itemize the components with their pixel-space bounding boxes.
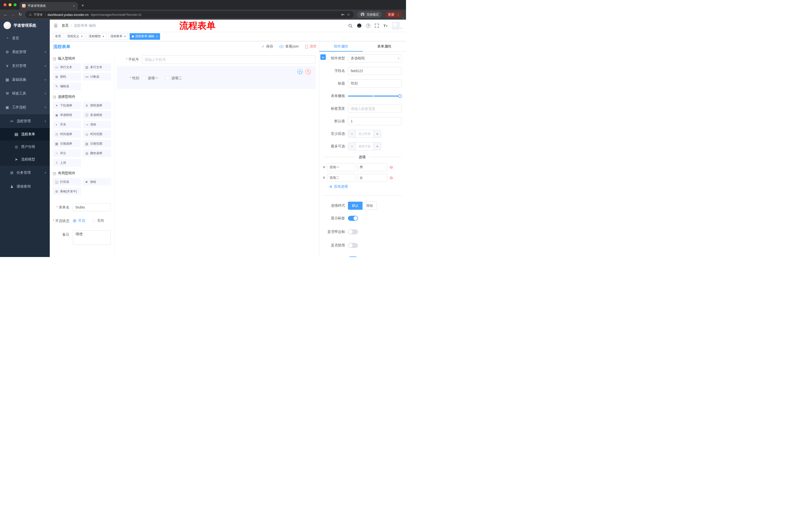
plus-button[interactable]: + (373, 142, 381, 150)
palette-item-date-range[interactable]: ▧日期范围 (83, 140, 111, 147)
tab-component-props[interactable]: 组件属性 (319, 41, 363, 52)
title-input[interactable] (348, 79, 402, 87)
remove-option-icon[interactable]: ⊖ (389, 176, 393, 180)
show-label-toggle[interactable] (348, 216, 358, 221)
palette-item-cascader[interactable]: ⋔级联选择 (83, 102, 111, 109)
minus-button[interactable]: − (348, 130, 356, 138)
checkbox-option-1[interactable]: 选项一 (142, 76, 158, 80)
border-toggle[interactable] (348, 229, 358, 234)
palette-item-date-picker[interactable]: ▦日期选择 (53, 140, 81, 147)
sidebar-item-user-group[interactable]: ◎ 用户分组 (0, 141, 50, 153)
tab-form-props[interactable]: 表单属性 (363, 41, 406, 52)
slider-handle[interactable] (398, 94, 402, 98)
github-icon[interactable] (357, 23, 361, 28)
palette-item-select[interactable]: ▾下拉选择 (53, 102, 81, 109)
sidebar-logo[interactable]: 芋道管理系统 (0, 20, 50, 31)
option-2-label-input[interactable] (327, 174, 355, 182)
back-icon[interactable]: ← (3, 12, 7, 17)
form-name-input[interactable] (73, 203, 111, 211)
option-2-value-input[interactable] (357, 174, 387, 182)
minimize-window-button[interactable] (8, 3, 11, 6)
sidebar-item-dev-tools[interactable]: ⚒ 研发工具 ∨ (0, 86, 50, 100)
close-icon[interactable]: × (156, 35, 158, 38)
checkbox-icon[interactable] (166, 77, 169, 80)
sidebar-item-system-management[interactable]: ⚙ 系统管理 ∨ (0, 45, 50, 59)
warning-icon[interactable]: ⚠ (29, 13, 32, 16)
grid-slider[interactable] (348, 96, 400, 97)
password-key-icon[interactable] (341, 12, 345, 17)
palette-item-password[interactable]: ⊠密码 (53, 73, 81, 80)
link-icon[interactable]: ∞ (320, 54, 326, 60)
sidebar-item-process-management[interactable]: ≔ 流程管理 ∧ (0, 114, 50, 128)
palette-item-editor[interactable]: ✎编辑器 (53, 82, 81, 90)
palette-item-single-line-text[interactable]: ▭单行文本 (53, 63, 81, 71)
palette-item-button[interactable]: ☛按钮 (83, 178, 111, 186)
checkbox-option-2[interactable]: 选项二 (166, 76, 182, 80)
sidebar-item-home[interactable]: ◔ 首页 (0, 31, 50, 45)
save-button[interactable]: ✓ 保存 (262, 44, 273, 49)
palette-item-table[interactable]: ⊞表格[开发中] (53, 188, 81, 195)
close-icon[interactable]: × (103, 35, 104, 38)
tag-process-model[interactable]: 流程模型 × (86, 33, 107, 40)
tab-close-icon[interactable]: × (72, 4, 76, 8)
canvas-gender-field-selected[interactable]: 性别 选项一 选项二 (117, 66, 316, 88)
option-1-label-input[interactable] (327, 163, 355, 171)
help-icon[interactable]: ? (366, 24, 370, 28)
plus-button[interactable]: + (373, 130, 381, 138)
profile-caret-icon[interactable]: ∨ (402, 17, 404, 19)
palette-item-radio-group[interactable]: ◉单选框组 (53, 111, 81, 119)
sidebar-item-payment-management[interactable]: ¥ 支付管理 ∨ (0, 59, 50, 73)
browser-tab[interactable]: 芋道管理系统 × (20, 2, 78, 9)
label-width-input[interactable] (348, 105, 402, 113)
user-avatar[interactable]: ∨ (392, 22, 402, 29)
close-icon[interactable]: × (124, 35, 126, 38)
palette-item-slider[interactable]: ⊸滑块 (83, 121, 111, 128)
breadcrumb-home[interactable]: 首页 (62, 23, 68, 28)
new-tab-button[interactable]: + (81, 3, 84, 8)
zoom-window-button[interactable] (13, 3, 17, 6)
palette-item-row-container[interactable]: ◫行容器 (53, 178, 81, 186)
canvas-phone-field[interactable]: 手机号 (117, 55, 316, 64)
style-default-button[interactable]: 默认 (348, 202, 362, 210)
palette-item-rate[interactable]: ☆评分 (53, 150, 81, 157)
menu-fold-icon[interactable]: ☰ (54, 23, 58, 28)
radio-open[interactable]: 开启 (73, 218, 85, 223)
search-icon[interactable] (348, 24, 352, 28)
min-select-value[interactable]: 至少应选 (356, 130, 373, 138)
font-size-icon[interactable]: TT (383, 24, 387, 28)
sidebar-item-workflow[interactable]: ▣ 工作流程 ∧ (0, 100, 50, 114)
close-window-button[interactable] (3, 3, 6, 6)
option-1-value-input[interactable] (357, 163, 387, 171)
sidebar-item-infrastructure[interactable]: ▦ 基础设施 ∨ (0, 73, 50, 86)
view-json-button[interactable]: 查看json (279, 44, 299, 49)
palette-item-checkbox-group[interactable]: ☑多选框组 (83, 111, 111, 119)
max-select-value[interactable]: 最多可选 (356, 142, 373, 150)
field-name-input[interactable] (348, 67, 402, 75)
tag-home[interactable]: 首页 (53, 33, 63, 40)
palette-item-upload[interactable]: ⇧上传 (53, 159, 81, 166)
disabled-toggle[interactable] (348, 243, 358, 248)
url-bar[interactable]: ⚠ 不安全 | dashboard.yudao.iocoder.cn /bpm/… (25, 11, 354, 18)
design-canvas[interactable]: 手机号 性别 (114, 52, 319, 257)
palette-item-counter[interactable]: 123计数器 (83, 73, 111, 80)
close-icon[interactable]: × (81, 35, 83, 38)
remove-option-icon[interactable]: ⊖ (389, 165, 393, 169)
tag-process-form[interactable]: 流程表单 × (108, 33, 128, 40)
tag-process-definition[interactable]: 流程定义 × (65, 33, 85, 40)
sidebar-item-task-management[interactable]: ⊞ 任务管理 ∨ (0, 166, 50, 180)
minus-button[interactable]: − (348, 142, 356, 150)
default-value-input[interactable] (348, 117, 402, 125)
browser-menu-icon[interactable]: ⋮ (397, 13, 400, 17)
component-type-select[interactable]: 多选框组 ▾ (348, 54, 402, 62)
fullscreen-icon[interactable] (375, 24, 379, 28)
update-button[interactable]: 更新 ⋮ (385, 11, 403, 18)
bookmark-star-icon[interactable]: ☆ (347, 12, 350, 17)
phone-input[interactable] (142, 55, 316, 64)
style-button-button[interactable]: 按钮 (362, 202, 377, 210)
drag-handle-icon[interactable]: ≡ (323, 165, 325, 169)
form-remark-textarea[interactable]: 嘿嘿 (73, 231, 111, 245)
palette-item-switch[interactable]: ◐开关 (53, 121, 81, 128)
palette-item-color-picker[interactable]: ◍颜色选择 (83, 150, 111, 157)
tag-process-form-edit[interactable]: 流程表单-编辑 × (129, 33, 160, 40)
delete-component-icon[interactable] (305, 69, 311, 75)
